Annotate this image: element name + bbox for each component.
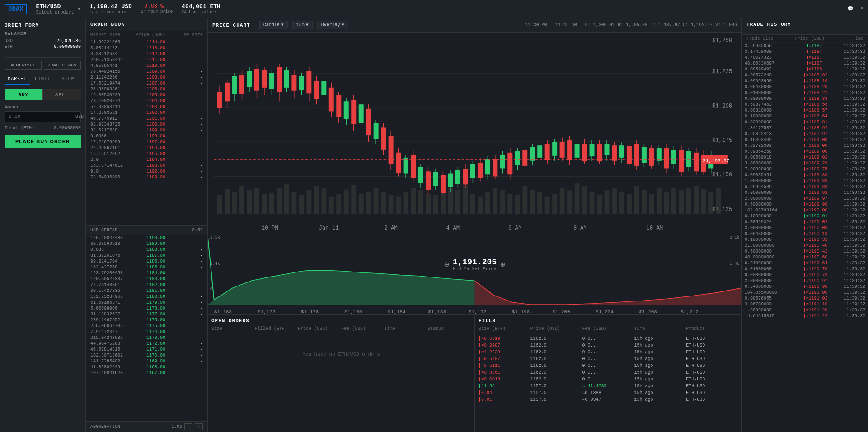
bid-row[interactable]: 239.24679521176.00- <box>86 317 207 323</box>
trade-history-row[interactable]: 0.01000000 ≈1190 64 11:39:32 <box>742 260 868 266</box>
trade-history-row[interactable]: 0.00310000 ≈1188 57 11:39:32 <box>742 108 868 113</box>
trade-history-row[interactable]: 3.00000000 ≈1190 03 11:39:32 <box>742 225 868 231</box>
trade-history-row[interactable]: 4.70027323 ≈1187 ↓ 11:39:32 <box>742 55 868 61</box>
ask-row[interactable]: 22.498671611196.00- <box>86 145 207 151</box>
bid-row[interactable]: 256.060627051175.00- <box>86 323 207 329</box>
bid-row[interactable]: 126.408474881190.00- <box>86 235 207 241</box>
bid-row[interactable]: 162.4272681185.00- <box>86 264 207 270</box>
trade-history-row[interactable]: 102.08798164 ≈1190 00 11:39:32 <box>742 207 868 213</box>
trade-history-row[interactable]: 0.01000000 ≈1190 70 11:39:32 <box>742 266 868 272</box>
pair-info[interactable]: ETH/USD Select product ▼ <box>36 3 81 15</box>
trade-history-row[interactable]: 0.10000000 ≈1190 31 11:39:32 <box>742 237 868 243</box>
ask-row[interactable]: 2.112422561208.00- <box>86 75 207 80</box>
ask-row[interactable]: 78.549369961189.00- <box>86 174 207 180</box>
bid-row[interactable]: 141.72854021169.00- <box>86 358 207 364</box>
chart-type-control[interactable]: Candle ▼ <box>259 21 288 29</box>
trade-history-row[interactable]: 40.86830697 ≈1187 ↓ 11:39:32 <box>742 61 868 66</box>
ask-row[interactable]: 19.305302291205.00- <box>86 92 207 98</box>
trade-history-row[interactable]: 0.50000000 ≈1190 42 11:39:32 <box>742 249 868 254</box>
trade-history-row[interactable]: 0.00480000 ≈1190 18 11:39:32 <box>742 231 868 237</box>
sell-tab[interactable]: SELL <box>42 89 81 100</box>
bid-row[interactable]: 0.0851188.00- <box>86 247 207 253</box>
trade-history-row[interactable]: 0.62782303 ≈1189 00 11:39:32 <box>742 143 868 149</box>
bid-row[interactable]: 120.305273871183.00- <box>86 276 207 282</box>
trade-history-row[interactable]: 0.08569918 ≈1189 02 11:39:32 <box>742 155 868 160</box>
agg-decrease-button[interactable]: − <box>184 423 192 430</box>
bid-row[interactable]: 5.665989061178.00- <box>86 305 207 311</box>
trade-history-row[interactable]: 0.09035461 ≈1189 89 11:39:32 <box>742 172 868 178</box>
chat-icon[interactable]: 💬 <box>847 6 854 12</box>
trade-history-row[interactable]: 0.00480000 ≈1188 20 11:39:32 <box>742 84 868 90</box>
ask-row[interactable]: 0.69561198.00- <box>86 133 207 139</box>
bid-row[interactable]: 7.911723471174.00- <box>86 329 207 335</box>
trade-history-row[interactable]: 0.10000000 ≈1188 64 11:39:32 <box>742 113 868 119</box>
bid-row[interactable]: 107.108416281167.00- <box>86 370 207 376</box>
ask-row[interactable]: 290.713584411211.00- <box>86 57 207 63</box>
ask-row[interactable]: 3.082141231213.00- <box>86 45 207 51</box>
ask-row[interactable]: 3.302126341212.00- <box>86 51 207 57</box>
trade-history-row[interactable]: 0.03000000 ≈1188 81 11:39:32 <box>742 119 868 125</box>
trade-history-row[interactable]: 9.89854258 ≈1189 00 11:39:32 <box>742 149 868 155</box>
bid-row[interactable]: 81.372010751187.00- <box>86 253 207 258</box>
trade-history-row[interactable]: 1.00000000 ≈1189 89 11:39:32 <box>742 178 868 184</box>
bid-row[interactable]: 99.21417041186.00- <box>86 258 207 264</box>
deposit-button[interactable]: ⊕ DEPOSIT <box>5 61 42 70</box>
bid-row[interactable]: 30.385699181189.00- <box>86 241 207 247</box>
trade-history-row[interactable]: 40.00000000 ≈1190 60 11:39:32 <box>742 254 868 260</box>
bid-row[interactable]: 41.898026491168.00- <box>86 364 207 370</box>
place-order-button[interactable]: PLACE BUY ORDER <box>5 135 81 148</box>
ask-row[interactable]: 17.216769961197.00- <box>86 139 207 145</box>
bid-row[interactable]: 44.904752681172.00- <box>86 341 207 347</box>
pair-chevron-icon[interactable]: ▼ <box>78 6 81 12</box>
ask-row[interactable]: 46.73759121201.00- <box>86 116 207 122</box>
trade-history-row[interactable]: 3.06700000 ≈1191 10 11:39:32 <box>742 301 868 307</box>
ask-row[interactable]: 52.388534141203.00- <box>86 104 207 110</box>
bid-row[interactable]: 132.752879661180.00- <box>86 294 207 300</box>
trade-history-row[interactable]: 0.10000000 ≈1190 01 11:39:32 <box>742 213 868 219</box>
bid-row[interactable]: 31.188325371177.00- <box>86 311 207 317</box>
chart-interval-control[interactable]: 15m ▼ <box>292 21 313 29</box>
ask-row[interactable]: 16.155120521195.00- <box>86 151 207 157</box>
trade-history-row[interactable]: 21.00000000 ≈1190 40 11:39:32 <box>742 243 868 249</box>
trade-history-row[interactable]: 7.00000000 ≈1189 75 11:39:32 <box>742 166 868 172</box>
trade-history-row[interactable]: 1.34177587 ≈1188 97 11:39:32 <box>742 125 868 131</box>
bid-row[interactable]: 46.678148151171.00- <box>86 347 207 352</box>
trade-history-row[interactable]: 0.16363439 ≈1189 00 11:39:32 <box>742 137 868 143</box>
ask-row[interactable]: 9.01192.00- <box>86 169 207 174</box>
trade-history-row[interactable]: 0.08576955 ≈1191 02 11:39:32 <box>742 296 868 301</box>
bid-row[interactable]: 61.691853711179.00- <box>86 300 207 305</box>
tab-market[interactable]: MARKET <box>5 74 30 85</box>
ask-row[interactable]: 11.302210651214.00- <box>86 39 207 45</box>
trade-history-row[interactable]: 0.09993990 ≈1188 16 11:39:32 <box>742 78 868 84</box>
chart-overlay-control[interactable]: Overlay ▼ <box>317 21 348 29</box>
bid-row[interactable]: 193.792004581184.00- <box>86 270 207 276</box>
trade-history-row[interactable]: 0.08572240 ≈1188 02 11:39:32 <box>742 72 868 78</box>
trade-history-row[interactable]: 0.03000000 ≈1188 33 11:39:32 <box>742 96 868 102</box>
trade-history-row[interactable]: 3.59935056 ≈1187 ↑ 11:39:32 <box>742 43 868 49</box>
tab-stop[interactable]: STOP <box>56 74 81 85</box>
ask-row[interactable]: 25.359033611206.00- <box>86 86 207 92</box>
trade-history-row[interactable]: 1.00000000 ≈1191 20 11:39:32 <box>742 307 868 313</box>
trade-history-row[interactable]: 0.65822413 ≈1187 97 11:39:32 <box>742 131 868 137</box>
trade-history-row[interactable]: 0.08569324 ≈1190 02 11:39:32 <box>742 219 868 225</box>
trade-history-row[interactable]: 0.50877463 ≈1188 56 11:39:32 <box>742 102 868 108</box>
trade-history-row[interactable]: 104.85500000 ≈1191 00 11:39:32 <box>742 290 868 296</box>
trade-history-row[interactable]: 14.64515815 ≈1191 22 11:39:32 <box>742 313 868 319</box>
ask-row[interactable]: 14.25035911202.00- <box>86 110 207 116</box>
trade-history-row[interactable]: 2.00000000 ≈1190 97 11:39:32 <box>742 278 868 284</box>
trade-history-row[interactable]: 3.17428000 ≈1187 ↓ 11:39:32 <box>742 49 868 55</box>
trade-history-row[interactable]: 0.03000000 ≈1190 73 11:39:32 <box>742 272 868 278</box>
withdraw-button[interactable]: ○ WITHDRAW <box>44 61 81 70</box>
buy-tab[interactable]: BUY <box>5 89 42 100</box>
ask-row[interactable]: 17.532194741207.00- <box>86 80 207 86</box>
ask-row[interactable]: 2.01194.00- <box>86 157 207 163</box>
trade-history-row[interactable]: 3.00000000 ≈1189 29 11:39:32 <box>742 160 868 166</box>
menu-icon[interactable]: ≡ <box>860 6 863 12</box>
trade-history-row[interactable]: 0.34000000 ≈1190 98 11:39:32 <box>742 284 868 290</box>
trade-history-row[interactable]: 0.50000000 ≈1189 98 11:39:32 <box>742 202 868 207</box>
trade-history-row[interactable]: 0.01000000 ≈1188 21 11:39:32 <box>742 90 868 96</box>
bid-row[interactable]: 215.042436891173.00- <box>86 335 207 341</box>
zoom-in-icon[interactable]: ⊕ <box>500 259 505 269</box>
agg-increase-button[interactable]: + <box>195 423 203 430</box>
amount-input[interactable] <box>5 112 75 122</box>
